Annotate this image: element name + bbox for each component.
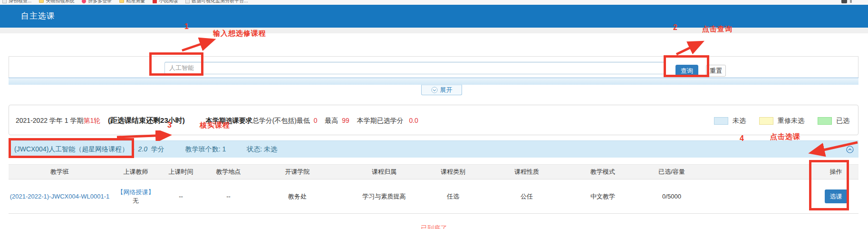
semester-round: 第1轮 [83, 117, 100, 124]
page-title: 自主选课 [21, 5, 55, 28]
annotation-step4-label: 点击选课 [770, 132, 800, 141]
course-title: (JWCX004)人工智能（超星网络课程） [14, 145, 128, 153]
expand-label: 展开 [440, 86, 453, 94]
bookmark-item[interactable]: 数据可视化监测分析平台... [185, 0, 248, 4]
legend-swatch-unselected [714, 117, 728, 125]
course-credits-suffix: 学分 [151, 145, 164, 153]
bookmark-label: 数据可视化监测分析平台... [192, 0, 248, 4]
selected-credits-value: 0.0 [409, 117, 418, 124]
annotation-step1-label: 输入想选修课程 [213, 29, 266, 38]
class-capacity: 0/5000 [629, 179, 714, 214]
legend-label: 重修未选 [778, 117, 804, 125]
expand-toggle[interactable]: 展开 [421, 85, 462, 95]
bookmark-item[interactable]: 精准测量 [119, 0, 145, 4]
bookmark-label: 拼多多登录 [88, 0, 112, 4]
page-header: 自主选课 [0, 5, 868, 28]
spacer-cell [714, 179, 813, 214]
semester-panel: 2021-2022 学年 1 学期第1轮 (距选课结束还剩23小时) 本学期选课… [9, 105, 858, 135]
col-header-belong: 课程归属 [339, 165, 429, 179]
legend-swatch-retake [759, 117, 773, 125]
min-credits-value: 0 [314, 117, 318, 124]
course-search-input[interactable] [164, 62, 665, 74]
folder-icon [39, 0, 44, 3]
query-button[interactable]: 查询 [675, 65, 698, 77]
col-header-class: 教学班 [9, 165, 111, 179]
class-belong: 学习与素质提高 [339, 179, 429, 214]
search-panel: 查询 重置 [9, 56, 858, 78]
class-college: 教务处 [256, 179, 339, 214]
legend-label: 未选 [733, 117, 746, 125]
class-category: 任选 [429, 179, 477, 214]
annotation-step4-number: 4 [740, 134, 744, 143]
page: 身份核查... 失物招领系统 拼多多登录 精准测量 小说阅读 数据可视化监测分析… [0, 0, 868, 229]
end-of-list-text: 已到底了 [0, 224, 868, 229]
table-row: (2021-2022-1)-JWCX004-WL0001-1 【网络授课】 无 … [9, 179, 858, 214]
col-header-time: 上课时间 [161, 165, 201, 179]
bookmark-icon [2, 0, 7, 3]
col-header-capacity: 已选/容量 [629, 165, 714, 179]
bookmark-item[interactable]: 身份核查... [2, 0, 31, 4]
annotation-step2-number: 2 [673, 23, 677, 32]
annotation-step1-number: 1 [184, 22, 189, 31]
select-course-button[interactable]: 选课 [825, 189, 848, 203]
legend-label: 已选 [836, 117, 849, 125]
bookmark-item[interactable]: 拼多多登录 [82, 0, 112, 4]
bookmark-item[interactable]: 小说阅读 [153, 0, 178, 4]
browser-bookmarks-bar: 身份核查... 失物招领系统 拼多多登录 精准测量 小说阅读 数据可视化监测分析… [0, 0, 868, 5]
col-header-nature: 课程性质 [477, 165, 577, 179]
bookmark-item[interactable]: 失物招领系统 [39, 0, 74, 4]
max-credits-value: 99 [342, 117, 349, 124]
class-mode: 中文教学 [577, 179, 629, 214]
reading-list-icon[interactable] [841, 0, 847, 3]
legend-item-selected: 已选 [818, 117, 849, 125]
col-header-place: 教学地点 [201, 165, 256, 179]
class-nature: 公任 [477, 179, 577, 214]
course-group-bar[interactable]: (JWCX004)人工智能（超星网络课程） - 2.0 学分 教学班个数: 1 … [9, 140, 858, 158]
annotation-step3-label: 核实课程 [200, 121, 230, 130]
table-header-row: 教学班 上课教师 上课时间 教学地点 开课学院 课程归属 课程类别 课程性质 教… [9, 165, 858, 179]
legend-item-retake: 重修未选 [759, 117, 804, 125]
bookmark-label: 身份核查... [9, 0, 31, 4]
class-place: -- [201, 179, 256, 214]
col-header-teacher: 上课教师 [111, 165, 161, 179]
site-icon [82, 0, 86, 3]
teacher-name: 无 [111, 197, 161, 205]
max-credits-label: 最高 [325, 117, 338, 124]
col-header-category: 课程类别 [429, 165, 477, 179]
legend-swatch-selected [818, 117, 832, 125]
collapse-chevron-up-icon[interactable] [846, 146, 854, 153]
reset-button[interactable]: 重置 [706, 65, 726, 77]
credits-label: 总学分(不包括)最低 [252, 117, 310, 124]
bookmark-icon [185, 0, 190, 3]
bookmarks-menu-icon[interactable] [850, 0, 852, 3]
header-sub-strip [0, 28, 868, 33]
class-table: 教学班 上课教师 上课时间 教学地点 开课学院 课程归属 课程类别 课程性质 教… [9, 164, 858, 214]
deadline-text: (距选课结束还剩23小时) [108, 116, 185, 124]
panel-bottom-strip [9, 78, 858, 85]
annotation-step2-label: 点击查询 [702, 25, 733, 34]
status-legend: 未选 重修未选 已选 [714, 117, 849, 125]
annotation-step3-number: 3 [167, 121, 172, 129]
bookmark-label: 失物招领系统 [46, 0, 74, 4]
col-header-college: 开课学院 [256, 165, 339, 179]
site-icon [153, 0, 157, 3]
class-count: 教学班个数: 1 [185, 145, 226, 153]
bookmark-label: 精准测量 [126, 0, 145, 4]
col-header-action: 操作 [813, 165, 858, 179]
class-time: -- [161, 179, 201, 214]
col-header-mode: 教学模式 [577, 165, 629, 179]
teacher-tag: 【网络授课】 [111, 188, 161, 197]
selected-credits-label: 本学期已选学分 [357, 117, 404, 124]
class-id-link[interactable]: (2021-2022-1)-JWCX004-WL0001-1 [10, 193, 110, 200]
annotation-arrow-2 [673, 38, 710, 57]
course-status: 状态: 未选 [247, 145, 277, 153]
folder-icon [119, 0, 124, 3]
chevron-down-circle-icon [431, 87, 438, 93]
bookmark-label: 小说阅读 [159, 0, 178, 4]
legend-item-unselected: 未选 [714, 117, 746, 125]
semester-term: 2021-2022 学年 1 学期 [16, 117, 83, 124]
col-header-spacer [714, 165, 813, 179]
course-credits: 2.0 [138, 145, 147, 153]
